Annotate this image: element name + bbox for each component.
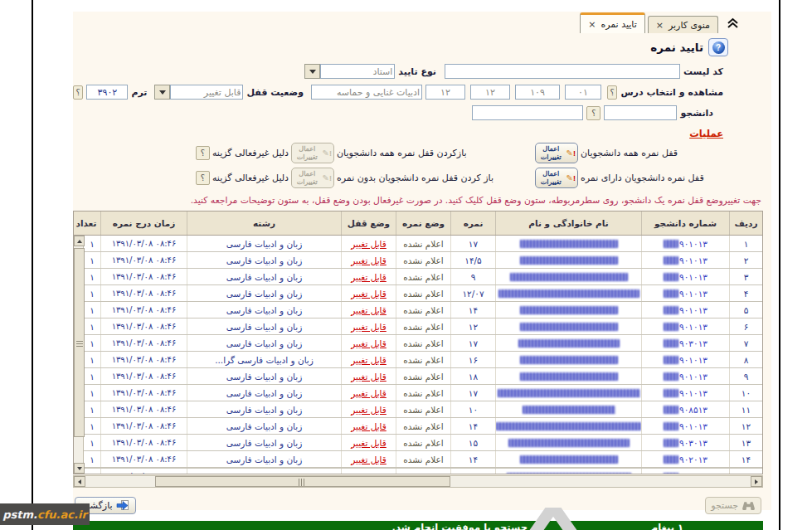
cell-lock-state-link[interactable]: قابل تغییر	[341, 252, 396, 268]
search-button[interactable]: جستجو	[705, 497, 761, 514]
help-button[interactable]: ?	[708, 38, 728, 56]
apply-changes-button-disabled[interactable]: !✎ اعمالتغییرات	[291, 143, 334, 163]
cell-student-no[interactable]: ۹۰۲۰۱۳	[641, 451, 729, 467]
cell-student-no[interactable]: ۹۰۸۵۱۳	[641, 401, 729, 417]
cell-student-no[interactable]: ۹۰۱۰۱۳	[641, 418, 729, 434]
course-code-input[interactable]	[515, 85, 560, 100]
course-code-input[interactable]	[565, 85, 601, 100]
reason-help-button[interactable]: ؟	[196, 171, 210, 185]
course-help-button[interactable]: ؟	[607, 85, 617, 100]
table-row[interactable]: ۲ ۹۰۱۰۱۳ ۱۴/۵ اعلام نشده قابل تغییر زبان…	[84, 252, 762, 269]
scroll-left-icon[interactable]	[74, 476, 85, 487]
cell-student-no[interactable]: ۹۰۳۰۱۳	[641, 335, 729, 351]
term-input[interactable]	[86, 85, 128, 100]
table-row[interactable]: ۴ ۹۰۱۰۱۳ ۱۲/۰۷ اعلام نشده قابل تغییر زبا…	[84, 285, 762, 302]
cell-student-name[interactable]	[495, 385, 641, 401]
cell-student-name[interactable]	[495, 269, 641, 284]
cell-student-no[interactable]: ۹۰۱۰۱۳	[641, 469, 729, 474]
cell-lock-state-link[interactable]: قابل تغییر	[341, 368, 396, 384]
student-name-input[interactable]	[472, 105, 583, 120]
cell-student-no[interactable]: ۹۰۱۰۱۳	[641, 318, 729, 334]
form-row-student: دانشجو ؟	[73, 105, 771, 121]
cell-lock-state-link[interactable]: قابل تغییر	[341, 451, 396, 467]
censored-name	[520, 455, 618, 464]
table-row[interactable]: ۷ ۹۰۳۰۱۳ ۱۷ اعلام نشده قابل تغییر زبان و…	[84, 335, 762, 352]
cell-lock-state-link[interactable]: قابل تغییر	[341, 285, 396, 301]
cell-lock-state-link[interactable]: قابل تغییر	[341, 335, 396, 351]
table-row[interactable]: ۹ ۹۰۱۰۱۳ ۱۸ اعلام نشده قابل تغییر زبان و…	[84, 368, 762, 385]
cell-student-name[interactable]	[495, 335, 641, 351]
course-name-input[interactable]	[311, 85, 422, 100]
cell-lock-state-link[interactable]: قابل تغییر	[341, 236, 396, 251]
cell-lock-state-link[interactable]: قابل تغییر	[341, 302, 396, 318]
tab[interactable]: منوی کاربر ×	[648, 16, 718, 33]
scroll-up-icon[interactable]	[74, 236, 85, 246]
table-row[interactable]: ۱۱ ۹۰۸۵۱۳ ۱۰ اعلام نشده قابل تغییر زبان …	[84, 401, 762, 418]
cell-student-no[interactable]: ۹۰۱۰۱۳	[641, 285, 729, 301]
horizontal-scrollbar[interactable]	[73, 475, 763, 488]
cell-student-name[interactable]	[495, 469, 641, 474]
cell-lock-state-link[interactable]: قابل تغییر	[341, 352, 396, 367]
table-row[interactable]: ۱۵ ۹۰۱۰۱۳ ۱۸ اعلام نشده قابل تغییر زبان …	[84, 469, 762, 474]
table-row[interactable]: ۳ ۹۰۱۰۱۳ ۹ اعلام نشده قابل تغییر زبان و …	[84, 269, 762, 285]
lock-state-value[interactable]	[170, 85, 243, 100]
cell-student-no[interactable]: ۹۰۳۰۱۳	[641, 435, 729, 450]
cell-student-name[interactable]	[495, 451, 641, 467]
confirm-type-dropdown-icon[interactable]	[304, 64, 320, 79]
cell-lock-state-link[interactable]: قابل تغییر	[341, 469, 396, 474]
course-code-input[interactable]	[425, 85, 465, 100]
apply-changes-button[interactable]: !✎ اعمالتغییرات	[535, 168, 578, 188]
cell-student-no[interactable]: ۹۰۱۰۱۳	[641, 385, 729, 401]
lock-state-dropdown-icon[interactable]	[154, 85, 170, 100]
table-row[interactable]: ۵ ۹۰۱۰۱۳ ۱۴ اعلام نشده قابل تغییر زبان و…	[84, 302, 762, 318]
cell-student-name[interactable]	[495, 368, 641, 384]
vertical-scroll-thumb[interactable]	[74, 248, 85, 437]
table-row[interactable]: ۱ ۹۰۱۰۱۳ ۱۷ اعلام نشده قابل تغییر زبان و…	[84, 236, 762, 252]
cell-student-name[interactable]	[495, 352, 641, 367]
cell-student-name[interactable]	[495, 418, 641, 434]
cell-lock-state-link[interactable]: قابل تغییر	[341, 435, 396, 450]
list-code-input[interactable]	[445, 64, 680, 79]
cell-student-no[interactable]: ۹۰۱۰۱۳	[641, 352, 729, 367]
horizontal-scroll-thumb[interactable]	[155, 476, 450, 487]
table-row[interactable]: ۸ ۹۰۱۰۱۳ ۱۶ اعلام نشده قابل تغییر زبان و…	[84, 352, 762, 368]
term-help-button[interactable]: ؟	[73, 85, 83, 100]
collapse-tabs-icon[interactable]	[726, 16, 740, 30]
cell-student-name[interactable]	[495, 285, 641, 301]
confirm-type-value[interactable]	[320, 64, 395, 79]
cell-student-name[interactable]	[495, 318, 641, 334]
apply-changes-button-disabled[interactable]: !✎ اعمالتغییرات	[291, 168, 334, 188]
cell-student-name[interactable]	[495, 302, 641, 318]
apply-changes-button[interactable]: !✎ اعمالتغییرات	[535, 143, 578, 163]
cell-student-name[interactable]	[495, 435, 641, 450]
vertical-scrollbar[interactable]	[74, 236, 84, 474]
cell-student-name[interactable]	[495, 252, 641, 268]
table-row[interactable]: ۱۳ ۹۰۳۰۱۳ ۱۵ اعلام نشده قابل تغییر زبان …	[84, 435, 762, 451]
cell-lock-state-link[interactable]: قابل تغییر	[341, 401, 396, 417]
cell-lock-state-link[interactable]: قابل تغییر	[341, 385, 396, 401]
cell-lock-state-link[interactable]: قابل تغییر	[341, 318, 396, 334]
cell-student-no[interactable]: ۹۰۱۰۱۳	[641, 252, 729, 268]
reason-help-button[interactable]: ؟	[196, 146, 210, 160]
table-row[interactable]: ۱۴ ۹۰۲۰۱۳ ۱۴ اعلام نشده قابل تغییر زبان …	[84, 451, 762, 468]
tab[interactable]: تایید نمره ×	[580, 12, 645, 33]
table-row[interactable]: ۱۰ ۹۰۱۰۱۳ ۱۷ اعلام نشده قابل تغییر زبان …	[84, 385, 762, 401]
student-help-button[interactable]: ؟	[586, 106, 600, 120]
cell-student-name[interactable]	[495, 236, 641, 251]
table-row[interactable]: ۱۲ ۹۰۱۰۱۳ ۱۴ اعلام نشده قابل تغییر زبان …	[84, 418, 762, 435]
cell-student-no[interactable]: ۹۰۱۰۱۳	[641, 236, 729, 251]
cell-lock-state-link[interactable]: قابل تغییر	[341, 269, 396, 284]
student-no-input[interactable]	[604, 105, 677, 120]
scroll-right-icon[interactable]	[751, 476, 762, 487]
tab-close-icon[interactable]: ×	[656, 21, 664, 30]
cell-student-no[interactable]: ۹۰۱۰۱۳	[641, 302, 729, 318]
cell-student-name[interactable]	[495, 401, 641, 417]
cell-student-no[interactable]: ۹۰۱۰۱۳	[641, 368, 729, 384]
scroll-down-icon[interactable]	[74, 463, 85, 474]
table-row[interactable]: ۶ ۹۰۱۰۱۳ ۱۲ اعلام نشده قابل تغییر زبان و…	[84, 318, 762, 335]
cell-grade: ۱۸	[450, 368, 495, 384]
cell-student-no[interactable]: ۹۰۱۰۱۳	[641, 269, 729, 284]
tab-close-icon[interactable]: ×	[588, 20, 596, 29]
course-code-input[interactable]	[470, 85, 510, 100]
cell-lock-state-link[interactable]: قابل تغییر	[341, 418, 396, 434]
